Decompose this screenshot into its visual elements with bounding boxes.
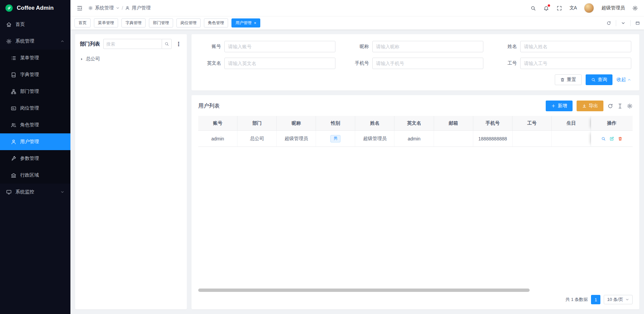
sidebar-item-dept-mgmt[interactable]: 部门管理 bbox=[0, 83, 70, 100]
page-size-value: 10 条/页 bbox=[607, 297, 623, 303]
tab-label: 部门管理 bbox=[153, 20, 169, 26]
tab-label: 用户管理 bbox=[235, 20, 252, 26]
view-detail-icon[interactable] bbox=[601, 136, 606, 141]
collapse-button-label: 收起 bbox=[616, 77, 626, 83]
tab-role-mgmt[interactable]: 角色管理 bbox=[204, 18, 228, 27]
app-title: Coffee Admin bbox=[17, 5, 54, 11]
column-header-operation: 操作 bbox=[591, 116, 633, 130]
column-header-email: 邮箱 bbox=[434, 116, 473, 130]
tab-dict-mgmt[interactable]: 字典管理 bbox=[121, 18, 146, 27]
tab-home[interactable]: 首页 bbox=[74, 18, 91, 27]
tab-post-mgmt[interactable]: 岗位管理 bbox=[176, 18, 201, 27]
translate-icon[interactable]: 文A bbox=[570, 5, 577, 11]
avatar[interactable] bbox=[584, 3, 594, 13]
search-form-actions: 重置 查询 收起 bbox=[200, 74, 631, 85]
column-header-birthday: 生日 bbox=[552, 116, 591, 130]
sidebar-item-label: 菜单管理 bbox=[20, 55, 39, 61]
column-header-dept: 部门 bbox=[237, 116, 277, 130]
column-height-icon[interactable] bbox=[617, 103, 623, 109]
horizontal-scrollbar[interactable] bbox=[198, 289, 530, 292]
form-field-nickname: 昵称 bbox=[347, 41, 483, 52]
layout-window-icon[interactable] bbox=[635, 21, 640, 25]
sidebar-item-role-mgmt[interactable]: 角色管理 bbox=[0, 117, 70, 133]
person-icon bbox=[11, 139, 16, 145]
sidebar-item-post-mgmt[interactable]: 岗位管理 bbox=[0, 100, 70, 117]
sidebar-item-admin-region[interactable]: 行政区域 bbox=[0, 167, 70, 184]
app-logo[interactable]: Coffee Admin bbox=[0, 0, 70, 16]
form-field-english-name: 英文名 bbox=[200, 58, 335, 69]
notification-button[interactable] bbox=[543, 5, 549, 11]
english-name-input[interactable] bbox=[224, 58, 335, 69]
field-label: 姓名 bbox=[495, 44, 517, 50]
settings-gear-icon[interactable] bbox=[632, 5, 638, 11]
refresh-icon[interactable] bbox=[607, 103, 613, 109]
tab-close-icon[interactable]: × bbox=[254, 21, 256, 25]
dept-search-group bbox=[103, 39, 172, 49]
collapse-button[interactable]: 收起 bbox=[616, 77, 631, 83]
page-size-select[interactable]: 10 条/页 bbox=[604, 295, 633, 304]
user-list-title: 用户列表 bbox=[198, 103, 220, 110]
dept-search-input[interactable] bbox=[103, 39, 162, 49]
pagination-page-1[interactable]: 1 bbox=[591, 295, 600, 304]
cell-email bbox=[434, 131, 473, 146]
download-icon bbox=[582, 104, 587, 108]
export-button-label: 导出 bbox=[589, 103, 598, 109]
tab-dept-mgmt[interactable]: 部门管理 bbox=[149, 18, 173, 27]
chevron-down-icon[interactable] bbox=[621, 21, 626, 25]
search-icon[interactable] bbox=[530, 5, 536, 11]
current-user-name[interactable]: 超级管理员 bbox=[601, 5, 625, 11]
sidebar-item-menu-mgmt[interactable]: 菜单管理 bbox=[0, 50, 70, 66]
reset-button[interactable]: 重置 bbox=[555, 74, 582, 85]
column-header-english-name: 英文名 bbox=[394, 116, 434, 130]
breadcrumb: 系统管理 / 用户管理 bbox=[88, 5, 151, 11]
cell-operation bbox=[591, 131, 633, 146]
dept-search-button[interactable] bbox=[162, 39, 172, 49]
column-settings-gear-icon[interactable] bbox=[627, 103, 633, 109]
user-mgmt-panel: 账号 昵称 姓名 英文名 bbox=[192, 34, 639, 309]
tabbar: 首页 菜单管理 字典管理 部门管理 岗位管理 角色管理 用户管理 × bbox=[70, 16, 644, 29]
tab-menu-mgmt[interactable]: 菜单管理 bbox=[94, 18, 118, 27]
gear-icon bbox=[88, 6, 93, 10]
export-button[interactable]: 导出 bbox=[577, 101, 603, 111]
delete-icon[interactable] bbox=[618, 136, 623, 141]
sidebar-group-system[interactable]: 系统管理 bbox=[0, 33, 70, 50]
sidebar-item-home[interactable]: 首页 bbox=[0, 16, 70, 33]
sidebar-item-param-mgmt[interactable]: 参数管理 bbox=[0, 150, 70, 167]
cell-name: 超级管理员 bbox=[355, 131, 394, 146]
sidebar-group-label: 系统管理 bbox=[15, 38, 34, 44]
column-header-nickname: 昵称 bbox=[277, 116, 316, 130]
id-card-icon bbox=[11, 106, 16, 111]
edit-icon[interactable] bbox=[609, 136, 614, 141]
table-row[interactable]: admin 总公司 超级管理员 男 超级管理员 admin 1888888888… bbox=[198, 131, 633, 147]
name-input[interactable] bbox=[520, 41, 631, 52]
tab-label: 菜单管理 bbox=[98, 20, 114, 26]
refresh-icon[interactable] bbox=[606, 21, 611, 25]
monitor-icon bbox=[6, 189, 12, 195]
phone-input[interactable] bbox=[372, 58, 483, 69]
chevron-up-icon bbox=[60, 39, 64, 43]
dept-panel-title: 部门列表 bbox=[80, 41, 100, 47]
sidebar-collapse-icon[interactable] bbox=[76, 5, 83, 11]
field-label: 账号 bbox=[200, 44, 221, 50]
account-input[interactable] bbox=[224, 41, 335, 52]
more-options-icon[interactable]: ⋮ bbox=[175, 41, 182, 48]
sidebar-group-monitor[interactable]: 系统监控 bbox=[0, 184, 70, 200]
breadcrumb-root[interactable]: 系统管理 bbox=[95, 5, 114, 11]
dept-panel: 部门列表 ⋮ 总公司 bbox=[75, 34, 187, 309]
column-header-job-no: 工号 bbox=[513, 116, 552, 130]
caret-right-icon[interactable] bbox=[80, 57, 84, 61]
tab-user-mgmt[interactable]: 用户管理 × bbox=[231, 18, 260, 27]
org-tree-icon bbox=[11, 89, 16, 95]
nickname-input[interactable] bbox=[372, 41, 483, 52]
sidebar-item-dict-mgmt[interactable]: 字典管理 bbox=[0, 66, 70, 83]
fullscreen-icon[interactable] bbox=[556, 5, 562, 11]
user-list-card: 用户列表 新增 导出 bbox=[192, 95, 639, 309]
sidebar-item-label: 参数管理 bbox=[20, 155, 39, 162]
job-no-input[interactable] bbox=[520, 58, 631, 69]
search-icon bbox=[164, 42, 169, 46]
home-icon bbox=[6, 22, 12, 27]
tree-node-root[interactable]: 总公司 bbox=[80, 54, 182, 64]
add-user-button[interactable]: 新增 bbox=[546, 101, 573, 111]
sidebar-item-user-mgmt[interactable]: 用户管理 bbox=[0, 133, 70, 150]
query-button[interactable]: 查询 bbox=[586, 74, 612, 85]
